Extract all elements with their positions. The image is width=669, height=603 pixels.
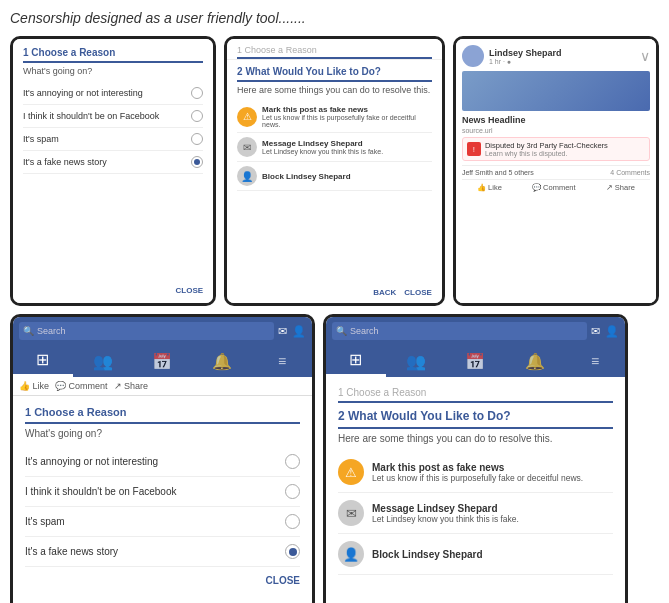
post-title: News Headline: [462, 115, 650, 125]
search-bar-right[interactable]: 🔍 Search: [332, 322, 587, 340]
phone-bottom-left: 🔍 Search ✉ 👤 ⊞ 👥 📅 🔔 ≡ 👍 Like 💬 Comment …: [10, 314, 315, 603]
tab-notifications-r[interactable]: 🔔: [505, 345, 565, 377]
action-message[interactable]: ✉ Message Lindsey Shepard Let Lindsey kn…: [237, 133, 432, 162]
search-bar-left[interactable]: 🔍 Search: [19, 322, 274, 340]
step1-large-subtitle: What's going on?: [25, 428, 300, 439]
step1-subtitle: What's going on?: [23, 66, 203, 76]
tab-home-r[interactable]: ⊞: [326, 345, 386, 377]
action-bar-left: 👍 Like 💬 Comment ↗ Share: [13, 377, 312, 396]
disputed-icon: !: [467, 142, 481, 156]
messenger-icon[interactable]: ✉: [278, 325, 287, 338]
radio-1[interactable]: [191, 87, 203, 99]
radio-2[interactable]: [191, 110, 203, 122]
action-fake-news[interactable]: ⚠ Mark this post as fake news Let us kno…: [237, 101, 432, 133]
fb-tabs-left: ⊞ 👥 📅 🔔 ≡: [13, 345, 312, 377]
step2-sub-r: Here are some things you can do to resol…: [338, 433, 613, 444]
large-option-1[interactable]: It's annoying or not interesting: [25, 447, 300, 477]
dialog-nav: BACK CLOSE: [237, 288, 432, 297]
post-time: 1 hr · ●: [489, 58, 635, 65]
search-text-right: Search: [350, 326, 379, 336]
large-radio-4[interactable]: [285, 544, 300, 559]
large-radio-3[interactable]: [285, 514, 300, 529]
tab-calendar[interactable]: 📅: [133, 345, 193, 377]
person-icon: 👤: [237, 166, 257, 186]
post-username: Lindsey Shepard: [489, 48, 635, 58]
fb-nav-left: 🔍 Search ✉ 👤: [13, 317, 312, 345]
action-fake-news-r[interactable]: ⚠ Mark this post as fake news Let us kno…: [338, 452, 613, 493]
warning-icon: ⚠: [237, 107, 257, 127]
reaction-users: Jeff Smith and 5 others: [462, 169, 534, 176]
dialog-large-left: 1 Choose a Reason What's going on? It's …: [13, 396, 312, 596]
large-option-4[interactable]: It's a fake news story: [25, 537, 300, 567]
person-icon-r: 👤: [338, 541, 364, 567]
step2-label: 2 What Would You Like to Do?: [237, 66, 432, 82]
tab-home[interactable]: ⊞: [13, 345, 73, 377]
tab-friends-r[interactable]: 👥: [386, 345, 446, 377]
top-row: 1 Choose a Reason What's going on? It's …: [10, 36, 659, 306]
message-icon: ✉: [237, 137, 257, 157]
disputed-sub: Learn why this is disputed.: [485, 150, 608, 157]
tab-menu[interactable]: ≡: [252, 345, 312, 377]
page-title: Censorship designed as a user friendly t…: [10, 10, 659, 26]
step2-subtitle: Here are some things you can do to resol…: [237, 85, 432, 95]
action-block[interactable]: 👤 Block Lindsey Shepard: [237, 162, 432, 191]
tab-notifications[interactable]: 🔔: [192, 345, 252, 377]
avatar: [462, 45, 484, 67]
tab-calendar-r[interactable]: 📅: [446, 345, 506, 377]
bottom-row: 🔍 Search ✉ 👤 ⊞ 👥 📅 🔔 ≡ 👍 Like 💬 Comment …: [10, 314, 659, 603]
large-option-2[interactable]: I think it shouldn't be on Facebook: [25, 477, 300, 507]
large-radio-1[interactable]: [285, 454, 300, 469]
message-icon-r: ✉: [338, 500, 364, 526]
large-option-3[interactable]: It's spam: [25, 507, 300, 537]
back-button[interactable]: BACK: [373, 288, 396, 297]
post-options-btn[interactable]: ∨: [640, 48, 650, 64]
share-action[interactable]: ↗ Share: [114, 381, 149, 391]
step2-label-r: 2 What Would You Like to Do?: [338, 409, 613, 429]
comment-action[interactable]: 💬 Comment: [55, 381, 108, 391]
search-icon-left: 🔍: [23, 326, 34, 336]
option-2[interactable]: I think it shouldn't be on Facebook: [23, 105, 203, 128]
tab-menu-r[interactable]: ≡: [565, 345, 625, 377]
share-button[interactable]: ↗ Share: [606, 183, 635, 192]
step1-large-label: 1 Choose a Reason: [25, 406, 300, 424]
phone-top-right: Lindsey Shepard 1 hr · ● ∨ News Headline…: [453, 36, 659, 306]
nav-icons-left: ✉ 👤: [278, 325, 306, 338]
large-close-button[interactable]: CLOSE: [25, 575, 300, 586]
post-action-bar: 👍 Like 💬 Comment ↗ Share: [462, 179, 650, 195]
step1-faded: 1 Choose a Reason: [237, 45, 432, 59]
step1-label: 1 Choose a Reason: [23, 47, 203, 63]
phone-top-left: 1 Choose a Reason What's going on? It's …: [10, 36, 216, 306]
nav-icons-right: ✉ 👤: [591, 325, 619, 338]
action-block-r[interactable]: 👤 Block Lindsey Shepard: [338, 534, 613, 575]
phone-bottom-right: 🔍 Search ✉ 👤 ⊞ 👥 📅 🔔 ≡ 1 Choose a Reason…: [323, 314, 628, 603]
friends-icon-r[interactable]: 👤: [605, 325, 619, 338]
post-source: source.url: [462, 127, 650, 134]
disputed-badge: ! Disputed by 3rd Party Fact-Checkers Le…: [462, 137, 650, 161]
option-3[interactable]: It's spam: [23, 128, 203, 151]
option-1[interactable]: It's annoying or not interesting: [23, 82, 203, 105]
friends-icon[interactable]: 👤: [292, 325, 306, 338]
search-text-left: Search: [37, 326, 66, 336]
fb-nav-right: 🔍 Search ✉ 👤: [326, 317, 625, 345]
tab-friends[interactable]: 👥: [73, 345, 133, 377]
disputed-title: Disputed by 3rd Party Fact-Checkers: [485, 141, 608, 150]
large-radio-2[interactable]: [285, 484, 300, 499]
close-button[interactable]: CLOSE: [23, 286, 203, 295]
post-image: [462, 71, 650, 111]
like-button[interactable]: 👍 Like: [477, 183, 502, 192]
warning-icon-r: ⚠: [338, 459, 364, 485]
search-icon-right: 🔍: [336, 326, 347, 336]
comment-count: 4 Comments: [610, 169, 650, 176]
action-message-r[interactable]: ✉ Message Lindsey Shepard Let Lindsey kn…: [338, 493, 613, 534]
phone-top-middle: 1 Choose a Reason 2 What Would You Like …: [224, 36, 445, 306]
close-button[interactable]: CLOSE: [404, 288, 432, 297]
step1-faded-r: 1 Choose a Reason: [338, 387, 613, 403]
messenger-icon-r[interactable]: ✉: [591, 325, 600, 338]
fb-tabs-right: ⊞ 👥 📅 🔔 ≡: [326, 345, 625, 377]
radio-3[interactable]: [191, 133, 203, 145]
option-4[interactable]: It's a fake news story: [23, 151, 203, 174]
radio-4[interactable]: [191, 156, 203, 168]
comment-button[interactable]: 💬 Comment: [532, 183, 576, 192]
like-action[interactable]: 👍 Like: [19, 381, 49, 391]
